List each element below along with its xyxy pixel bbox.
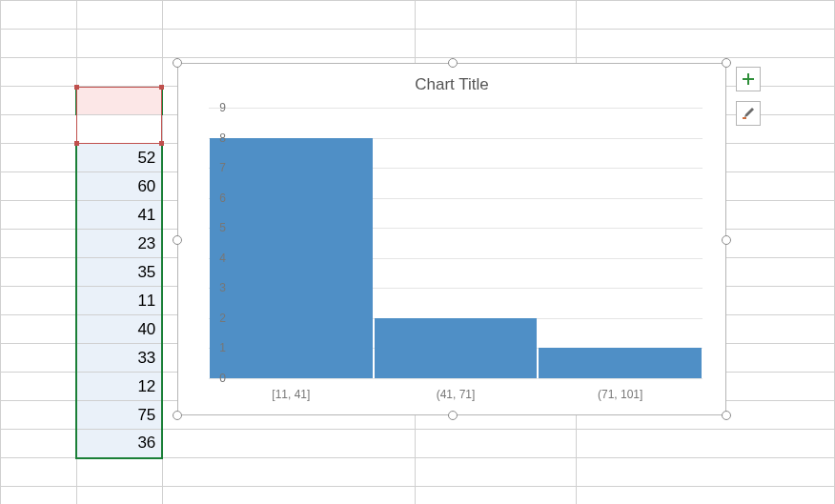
data-cell[interactable]: 52 xyxy=(76,144,162,172)
brush-icon xyxy=(741,106,756,121)
resize-handle-w[interactable] xyxy=(173,235,182,245)
y-tick-label: 4 xyxy=(199,252,226,265)
y-tick-label: 3 xyxy=(199,281,226,294)
y-tick-label: 7 xyxy=(199,161,226,174)
data-cell[interactable]: 11 xyxy=(76,287,162,315)
histogram-bar[interactable] xyxy=(210,138,373,378)
y-tick-label: 2 xyxy=(199,312,226,325)
plus-icon xyxy=(742,72,755,86)
x-tick-label: (41, 71] xyxy=(437,388,476,401)
y-tick-label: 0 xyxy=(199,372,226,385)
gridline xyxy=(209,378,703,379)
x-tick-label: [11, 41] xyxy=(272,388,310,401)
y-tick-label: 8 xyxy=(199,131,226,145)
cell-value: 11 xyxy=(137,292,155,310)
y-tick-label: 9 xyxy=(199,101,226,114)
resize-handle-ne[interactable] xyxy=(722,58,731,68)
data-cell[interactable]: 75 xyxy=(76,401,162,430)
cell-value: 33 xyxy=(137,349,155,367)
data-cell[interactable]: 41 xyxy=(76,201,162,230)
chart-title[interactable]: Chart Title xyxy=(178,75,725,94)
data-cell[interactable]: 35 xyxy=(76,258,162,287)
cell-value: 60 xyxy=(137,177,155,195)
x-tick-label: (71, 101] xyxy=(598,388,642,401)
cell-value: 40 xyxy=(137,320,155,338)
histogram-bar[interactable] xyxy=(539,348,702,378)
data-cell[interactable]: 60 xyxy=(76,172,162,201)
chart-plot-area[interactable] xyxy=(209,108,703,378)
cell-value: 23 xyxy=(137,234,155,252)
resize-handle-sw[interactable] xyxy=(173,411,182,420)
resize-handle-nw[interactable] xyxy=(173,58,182,68)
y-tick-label: 6 xyxy=(199,192,226,205)
cell-value: 52 xyxy=(137,149,155,167)
resize-handle-n[interactable] xyxy=(448,58,458,68)
data-cell[interactable]: 23 xyxy=(76,230,162,258)
cell-value: 75 xyxy=(137,406,155,424)
data-cell[interactable]: 12 xyxy=(76,373,162,401)
data-cell[interactable]: 36 xyxy=(76,430,162,458)
cell-value: 41 xyxy=(137,206,155,224)
anchor-outline xyxy=(76,87,162,144)
histogram-bar[interactable] xyxy=(375,318,538,378)
data-cell[interactable]: 40 xyxy=(76,315,162,344)
chart-elements-button[interactable] xyxy=(736,67,761,91)
data-cell[interactable]: 33 xyxy=(76,344,162,373)
resize-handle-se[interactable] xyxy=(722,411,731,420)
cell-value: 12 xyxy=(137,377,155,395)
y-tick-label: 1 xyxy=(199,341,226,354)
resize-handle-e[interactable] xyxy=(722,235,731,245)
y-tick-label: 5 xyxy=(199,221,226,234)
chart-object[interactable]: Chart Title 0123456789[11, 41](41, 71](7… xyxy=(177,63,726,415)
svg-rect-0 xyxy=(743,117,746,119)
gridline xyxy=(209,108,703,109)
chart-styles-button[interactable] xyxy=(736,101,761,126)
cell-value: 36 xyxy=(137,433,155,452)
resize-handle-s[interactable] xyxy=(448,411,458,420)
cell-value: 35 xyxy=(137,263,155,281)
